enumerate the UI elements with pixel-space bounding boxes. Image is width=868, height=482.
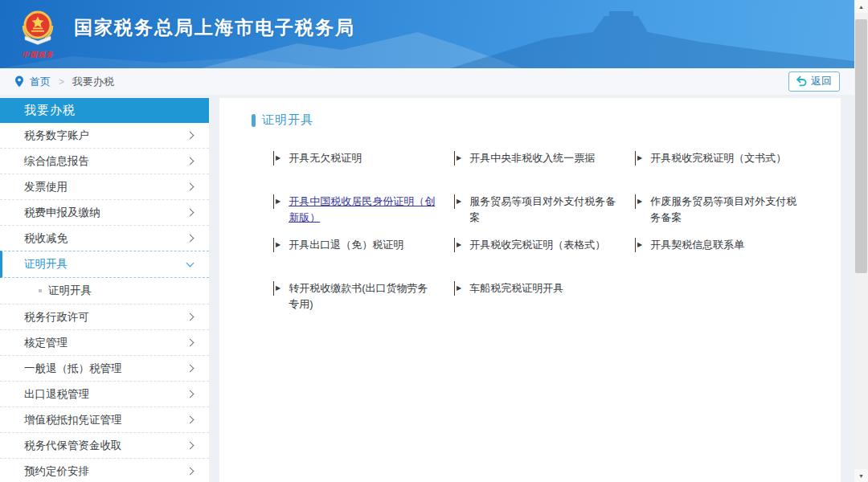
main-content: 证明开具 ▶ 开具无欠税证明 ▶ 开具中央非税收入统一票据 ▶ 开具税收完税证明… <box>219 98 841 482</box>
chevron-right-icon <box>186 390 194 398</box>
breadcrumb-home-link[interactable]: 首页 <box>30 75 51 89</box>
link-marker-icon: ▶ <box>273 194 280 209</box>
sidebar-item-certificate-issuance[interactable]: 证明开具 <box>0 251 209 278</box>
link-marker-icon: ▶ <box>454 151 461 165</box>
section-title-pill <box>252 114 256 127</box>
link-void-service-trade-filing[interactable]: ▶ 作废服务贸易等项目对外支付税务备案 <box>635 194 816 237</box>
sidebar-item-invoice-use[interactable]: 发票使用 <box>0 174 209 200</box>
link-marker-icon: ▶ <box>273 281 280 296</box>
back-arrow-icon <box>796 76 807 87</box>
sidebar-item-advance-pricing[interactable]: 预约定价安排 <box>0 459 209 482</box>
chevron-right-icon <box>186 339 194 347</box>
chevron-right-icon <box>186 365 194 373</box>
chevron-right-icon <box>186 442 194 450</box>
bullet-icon <box>39 289 42 292</box>
sidebar: 我要办税 税务数字账户 综合信息报告 发票使用 税费申报及缴纳 税收减免 证明开… <box>0 98 209 482</box>
breadcrumb-separator: > <box>59 76 64 88</box>
tax-bureau-logo: 中国税务 <box>14 6 61 60</box>
link-deed-tax-contact-sheet[interactable]: ▶ 开具契税信息联系单 <box>635 237 816 280</box>
sidebar-item-comprehensive-info[interactable]: 综合信息报告 <box>0 149 209 174</box>
scrollbar-thumb[interactable] <box>855 19 867 273</box>
chevron-right-icon <box>186 468 194 476</box>
logo-caption: 中国税务 <box>14 50 61 60</box>
sidebar-item-general-refund[interactable]: 一般退（抵）税管理 <box>0 356 209 382</box>
sidebar-item-tax-declaration[interactable]: 税费申报及缴纳 <box>0 200 209 226</box>
link-marker-icon: ▶ <box>635 238 642 252</box>
chevron-right-icon <box>186 235 194 243</box>
sidebar-item-export-refund[interactable]: 出口退税管理 <box>0 382 209 407</box>
link-marker-icon: ▶ <box>454 194 461 209</box>
sidebar-item-tax-reduction[interactable]: 税收减免 <box>0 226 209 251</box>
link-vehicle-vessel-tax-certificate[interactable]: ▶ 车船税完税证明开具 <box>454 280 635 324</box>
sidebar-item-administrative-license[interactable]: 税务行政许可 <box>0 304 209 330</box>
link-central-nontax-receipt[interactable]: ▶ 开具中央非税收入统一票据 <box>454 150 635 194</box>
link-no-arrears-certificate[interactable]: ▶ 开具无欠税证明 <box>273 150 454 194</box>
sidebar-header: 我要办税 <box>0 98 209 123</box>
link-marker-icon: ▶ <box>635 194 642 209</box>
chevron-right-icon <box>186 157 194 165</box>
breadcrumb: 首页 > 我要办税 返回 <box>0 68 854 95</box>
link-marker-icon: ▶ <box>454 281 461 296</box>
chevron-right-icon <box>186 132 194 140</box>
breadcrumb-current: 我要办税 <box>72 75 114 89</box>
link-export-refund-certificate[interactable]: ▶ 开具出口退（免）税证明 <box>273 237 454 280</box>
scroll-up-icon[interactable]: ▲ <box>854 0 868 13</box>
chevron-right-icon <box>186 416 194 424</box>
link-tax-payment-certificate-document[interactable]: ▶ 开具税收完税证明（文书式） <box>635 150 816 194</box>
link-china-tax-resident-certificate[interactable]: ▶ 开具中国税收居民身份证明（创新版） <box>273 194 454 237</box>
section-title-text: 证明开具 <box>262 112 313 128</box>
location-pin-icon <box>14 76 24 88</box>
sidebar-subitem-certificate-issuance[interactable]: 证明开具 <box>0 278 209 304</box>
back-button[interactable]: 返回 <box>788 71 840 92</box>
sidebar-item-vat-deduction[interactable]: 增值税抵扣凭证管理 <box>0 407 209 433</box>
chevron-right-icon <box>186 209 194 217</box>
sidebar-item-digital-account[interactable]: 税务数字账户 <box>0 123 209 149</box>
sidebar-item-assessment-management[interactable]: 核定管理 <box>0 330 209 356</box>
app-header: 中国税务 国家税务总局上海市电子税务局 <box>0 0 854 68</box>
link-marker-icon: ▶ <box>635 151 642 165</box>
link-transfer-tax-payment-book[interactable]: ▶ 转开税收缴款书(出口货物劳务专用) <box>273 280 454 324</box>
national-tax-emblem-icon <box>17 6 59 48</box>
link-marker-icon: ▶ <box>273 151 280 165</box>
page: 中国税务 国家税务总局上海市电子税务局 首页 > 我要办税 返回 我要办税 税务… <box>0 0 868 482</box>
link-tax-payment-certificate-table[interactable]: ▶ 开具税收完税证明（表格式） <box>454 237 635 280</box>
page-title: 国家税务总局上海市电子税务局 <box>74 15 355 40</box>
link-marker-icon: ▶ <box>454 238 461 252</box>
chevron-right-icon <box>186 183 194 191</box>
back-button-label: 返回 <box>811 74 832 88</box>
link-service-trade-filing[interactable]: ▶ 服务贸易等项目对外支付税务备案 <box>454 194 635 237</box>
sidebar-item-custody-funds[interactable]: 税务代保管资金收取 <box>0 433 209 459</box>
section-title: 证明开具 <box>252 112 841 128</box>
link-marker-icon: ▶ <box>273 238 280 252</box>
vertical-scrollbar[interactable]: ▲ ▼ <box>854 0 868 482</box>
service-links-grid: ▶ 开具无欠税证明 ▶ 开具中央非税收入统一票据 ▶ 开具税收完税证明（文书式）… <box>273 150 841 324</box>
chevron-right-icon <box>186 313 194 321</box>
chevron-down-icon <box>186 259 194 267</box>
scroll-down-icon[interactable]: ▼ <box>854 469 868 482</box>
